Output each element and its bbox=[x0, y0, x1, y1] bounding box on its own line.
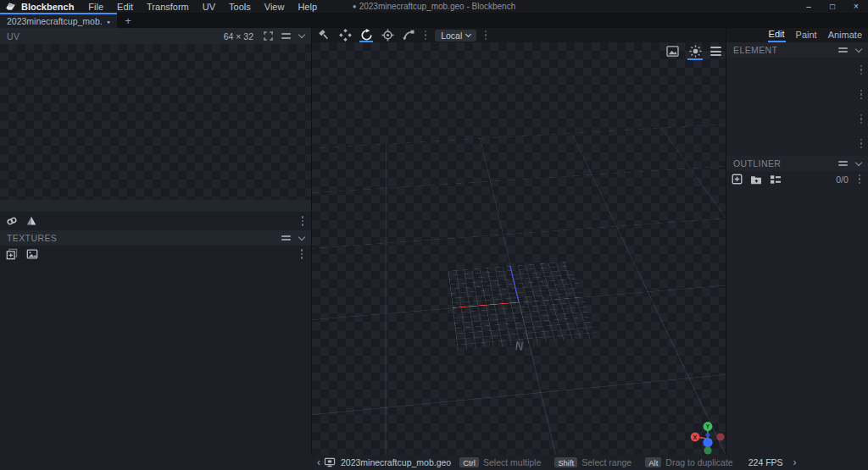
keybind-hint: Alt Drag to duplicate bbox=[645, 457, 732, 467]
gizmo-x-label: X bbox=[693, 434, 698, 440]
viewport-3d[interactable]: N Y X bbox=[312, 42, 726, 455]
transform-space-dropdown[interactable]: Local bbox=[435, 30, 476, 41]
add-cube-icon[interactable] bbox=[732, 174, 743, 185]
uv-panel-header: UV 64 × 32 bbox=[0, 28, 311, 44]
move-tool-icon bbox=[318, 29, 331, 41]
menu-file[interactable]: File bbox=[82, 2, 109, 12]
chevron-down-icon[interactable] bbox=[855, 158, 862, 165]
keybind-hint: Shift Select range bbox=[554, 457, 632, 467]
outliner-empty-area bbox=[726, 187, 868, 455]
rotate-tool-icon bbox=[360, 29, 373, 41]
menu-uv[interactable]: UV bbox=[197, 2, 221, 12]
resize-tool-icon bbox=[339, 29, 352, 41]
vertex-snap-tool-button[interactable] bbox=[401, 28, 416, 42]
background-image-button[interactable] bbox=[665, 45, 680, 58]
z-axis-line bbox=[509, 266, 520, 302]
x-axis-line bbox=[453, 301, 519, 307]
texture-size-label: 64 × 32 bbox=[224, 31, 253, 41]
close-button[interactable]: × bbox=[844, 0, 868, 13]
unsaved-indicator-dot: ● bbox=[353, 3, 357, 10]
new-tab-button[interactable]: + bbox=[117, 13, 139, 28]
statusbar-left-spacer bbox=[0, 455, 314, 470]
toolbar-menu-dots[interactable] bbox=[858, 137, 865, 150]
viewport-scene bbox=[312, 42, 726, 455]
vertex-snap-icon bbox=[403, 29, 415, 41]
mode-tab-edit[interactable]: Edit bbox=[768, 28, 786, 42]
panel-menu-icon[interactable] bbox=[838, 47, 848, 53]
gizmo-z-negative[interactable] bbox=[705, 433, 709, 437]
toolbar-menu-dots[interactable] bbox=[858, 88, 865, 101]
rotate-tool-button[interactable] bbox=[359, 28, 374, 42]
uv-canvas[interactable] bbox=[0, 44, 311, 200]
menu-transform[interactable]: Transform bbox=[141, 2, 195, 12]
orientation-gizmo[interactable]: Y X bbox=[688, 419, 726, 455]
mode-tabs: Edit Paint Animate bbox=[726, 28, 868, 42]
next-arrow[interactable]: › bbox=[790, 456, 800, 468]
toolbar-menu-dots[interactable] bbox=[856, 173, 863, 185]
toolbar-menu-dots[interactable] bbox=[299, 214, 306, 227]
outliner-count: 0/0 bbox=[836, 174, 849, 185]
minimize-button[interactable]: – bbox=[797, 0, 821, 13]
transform-space-label: Local bbox=[441, 30, 462, 41]
menu-view[interactable]: View bbox=[259, 2, 291, 12]
project-tab[interactable]: 2023minecraftcup_mob.geo ● bbox=[0, 13, 117, 28]
uv-link-icon[interactable] bbox=[5, 215, 19, 227]
textures-list-empty bbox=[0, 263, 311, 455]
fps-counter: 224 FPS bbox=[748, 457, 783, 467]
panel-menu-icon[interactable] bbox=[838, 161, 848, 167]
sun-icon bbox=[689, 45, 702, 58]
left-sidebar: UV 64 × 32 TEXTURES bbox=[0, 28, 312, 455]
mode-tab-paint[interactable]: Paint bbox=[795, 29, 818, 41]
uv-panel-title: UV bbox=[7, 31, 19, 41]
fullscreen-icon[interactable] bbox=[264, 31, 273, 41]
toolbar-menu-dots[interactable] bbox=[858, 113, 865, 125]
element-toolbar-slot bbox=[726, 131, 868, 156]
ground-fine-grid bbox=[448, 262, 598, 351]
chevron-down-icon[interactable] bbox=[298, 31, 305, 38]
gizmo-x-negative[interactable] bbox=[716, 433, 724, 440]
element-toolbar-slot bbox=[726, 58, 868, 82]
main-toolbar: Local bbox=[312, 28, 726, 42]
textures-panel-title: TEXTURES bbox=[7, 233, 57, 243]
menu-edit[interactable]: Edit bbox=[111, 2, 139, 12]
toolbar-menu-dots[interactable] bbox=[298, 247, 305, 260]
toolbar-menu-dots[interactable] bbox=[858, 64, 865, 76]
titlebar: ●2023minecraftcup_mob.geo - Blockbench B… bbox=[0, 0, 868, 13]
panel-menu-icon[interactable] bbox=[281, 235, 291, 241]
ground-grid bbox=[312, 123, 726, 455]
resize-tool-button[interactable] bbox=[337, 28, 353, 42]
maximize-button[interactable]: □ bbox=[821, 0, 844, 13]
element-toolbar-slot bbox=[726, 107, 868, 131]
toolbar-menu-dots[interactable] bbox=[482, 29, 489, 41]
gizmo-y-negative[interactable] bbox=[704, 446, 711, 454]
viewport-menu-icon[interactable] bbox=[710, 47, 721, 56]
create-texture-icon[interactable] bbox=[26, 248, 38, 260]
menu-help[interactable]: Help bbox=[292, 2, 323, 12]
panel-menu-icon[interactable] bbox=[281, 33, 291, 39]
project-tab-label: 2023minecraftcup_mob.geo bbox=[7, 16, 102, 26]
shift-key-badge: Shift bbox=[554, 457, 577, 467]
texture-mode-icon[interactable] bbox=[25, 215, 37, 227]
statusbar-project-name[interactable]: 2023minecraftcup_mob.geo bbox=[341, 457, 451, 467]
chevron-down-icon[interactable] bbox=[855, 45, 862, 52]
right-sidebar: Edit Paint Animate ELEMENT OUTLINER bbox=[726, 28, 868, 455]
outliner-panel-title: OUTLINER bbox=[733, 158, 781, 169]
element-toolbar-slot bbox=[726, 82, 868, 107]
move-tool-button[interactable] bbox=[316, 28, 331, 42]
menu-tools[interactable]: Tools bbox=[223, 2, 257, 12]
add-group-icon[interactable] bbox=[750, 174, 762, 185]
lighting-toggle-button[interactable] bbox=[687, 45, 703, 58]
outliner-toggles-icon[interactable] bbox=[770, 174, 782, 185]
import-texture-icon[interactable] bbox=[6, 248, 18, 260]
statusbar: ‹ 2023minecraftcup_mob.geo Ctrl Select m… bbox=[0, 455, 868, 470]
viewport-column: Local N bbox=[312, 28, 726, 455]
mode-tab-animate[interactable]: Animate bbox=[827, 29, 863, 41]
uv-toolbar bbox=[0, 212, 311, 230]
gizmo-z-axis[interactable] bbox=[703, 438, 712, 447]
chevron-down-icon[interactable] bbox=[298, 233, 305, 240]
prev-arrow[interactable]: ‹ bbox=[314, 456, 324, 468]
toolbar-menu-dots[interactable] bbox=[422, 29, 429, 41]
pivot-tool-button[interactable] bbox=[380, 28, 395, 42]
image-icon bbox=[666, 46, 679, 57]
outliner-panel-header: OUTLINER bbox=[726, 156, 868, 171]
